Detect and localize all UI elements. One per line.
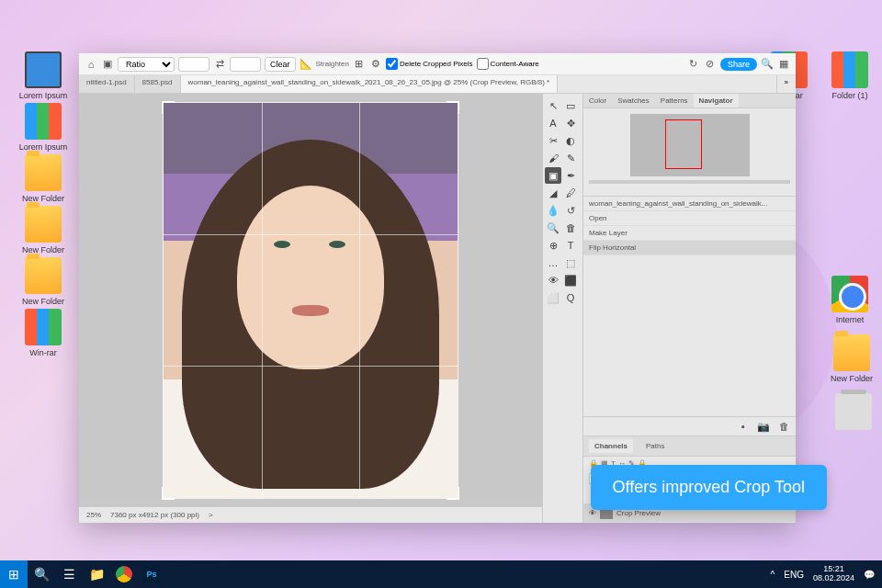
- document-tab[interactable]: woman_leaning_against_wall_standing_on_s…: [181, 75, 559, 93]
- trash-icon[interactable]: 🗑: [777, 420, 790, 433]
- photoshop-window: ⌂ ▣ Ratio ⇄ Clear 📐 Straighten ⊞ ⚙ Delet…: [79, 53, 796, 523]
- callout-banner: Offers improved Crop Tool: [591, 465, 827, 510]
- file-path-label: woman_leaning_against_wall_standing_on_s…: [583, 197, 796, 211]
- canvas[interactable]: [79, 94, 542, 506]
- crop-grid-line: [164, 234, 458, 235]
- tool-button[interactable]: ✥: [562, 115, 579, 131]
- chrome-icon[interactable]: [110, 560, 138, 588]
- new-folder-3[interactable]: New Folder: [17, 257, 70, 306]
- tool-button[interactable]: ◐: [562, 132, 579, 149]
- explorer-icon[interactable]: 📁: [83, 560, 110, 588]
- notifications-icon[interactable]: 💬: [864, 570, 875, 580]
- tool-button[interactable]: ◢: [545, 185, 561, 201]
- reset-icon[interactable]: ↻: [687, 58, 700, 71]
- tool-button[interactable]: ✒: [562, 167, 579, 184]
- crop-handle[interactable]: [447, 487, 459, 500]
- tool-button[interactable]: ↺: [562, 202, 579, 219]
- task-view-icon[interactable]: ☰: [55, 560, 83, 588]
- navigator-preview[interactable]: [630, 114, 750, 176]
- tray-chevron-icon[interactable]: ^: [771, 570, 775, 580]
- search-icon[interactable]: 🔍: [28, 560, 55, 588]
- panel-tab[interactable]: Color: [583, 94, 612, 107]
- clear-button[interactable]: Clear: [265, 57, 296, 72]
- icon-label: Win-rar: [17, 348, 70, 357]
- search-icon[interactable]: 🔍: [761, 58, 774, 71]
- internet[interactable]: Internet: [823, 276, 876, 324]
- crop-handle[interactable]: [447, 101, 459, 114]
- tool-button[interactable]: 👁: [545, 272, 561, 288]
- icon-label: New Folder: [17, 194, 70, 203]
- home-icon[interactable]: ⌂: [85, 58, 97, 71]
- tool-button[interactable]: 💧: [545, 202, 561, 219]
- panel-tab[interactable]: Channels: [589, 439, 633, 453]
- height-input[interactable]: [230, 57, 261, 72]
- zoom-slider[interactable]: [589, 180, 790, 184]
- tool-button[interactable]: ▭: [562, 97, 579, 114]
- panel-tab[interactable]: Swatches: [612, 94, 655, 107]
- action-item[interactable]: Make Layer: [583, 226, 796, 241]
- zoom-level[interactable]: 25%: [86, 511, 101, 519]
- clock[interactable]: 15:21 08.02.2024: [813, 565, 854, 583]
- new-folder-1[interactable]: New Folder: [17, 154, 70, 203]
- workspace-icon[interactable]: ▦: [777, 58, 790, 71]
- tool-button[interactable]: Q: [562, 289, 579, 306]
- swap-icon[interactable]: ⇄: [213, 58, 226, 71]
- width-input[interactable]: [178, 57, 209, 72]
- tool-button[interactable]: ▣: [545, 167, 561, 184]
- crop-handle[interactable]: [162, 487, 175, 500]
- panel-tabs-top: ColorSwatchesPatternsNavigator: [583, 94, 796, 108]
- new-folder-r[interactable]: New Folder: [825, 334, 878, 383]
- tool-button[interactable]: ⬜: [545, 289, 561, 306]
- new-folder-2[interactable]: New Folder: [17, 206, 70, 254]
- tool-button[interactable]: ↖: [545, 97, 561, 114]
- tool-button[interactable]: ✂: [545, 132, 561, 149]
- tool-button[interactable]: A: [545, 115, 561, 131]
- chevron-right-icon[interactable]: >: [209, 511, 213, 519]
- canvas-area: 25% 7360 px x4912 px (300 ppi) >: [79, 94, 542, 523]
- crop-overlay[interactable]: [164, 103, 458, 498]
- panel-tab[interactable]: Patterns: [655, 94, 694, 107]
- folder-1[interactable]: Folder (1): [823, 51, 876, 100]
- share-button[interactable]: Share: [720, 58, 757, 71]
- grid-icon[interactable]: ⊞: [353, 58, 366, 71]
- tool-button[interactable]: T: [562, 237, 579, 254]
- start-button[interactable]: ⊞: [0, 560, 28, 588]
- tool-button[interactable]: ⬛: [562, 272, 579, 288]
- action-item[interactable]: Open: [583, 211, 796, 226]
- camera-icon[interactable]: 📷: [757, 420, 770, 433]
- binder2-icon: [25, 309, 62, 345]
- lorem-ipsum-mockup[interactable]: Lorem Ipsum: [17, 51, 70, 100]
- tool-button[interactable]: ✎: [562, 150, 579, 166]
- panel-tab[interactable]: Paths: [640, 439, 670, 453]
- crop-icon[interactable]: ▣: [101, 58, 114, 71]
- tool-button[interactable]: 🔍: [545, 220, 561, 236]
- lorem-ipsum-binder[interactable]: Lorem Ipsum: [17, 103, 70, 152]
- content-aware-checkbox[interactable]: Content-Aware: [477, 58, 539, 70]
- dimensions: 7360 px x4912 px (300 ppi): [110, 511, 199, 519]
- navigator-crop-box[interactable]: [665, 119, 702, 169]
- photo-crop-region[interactable]: [164, 103, 458, 498]
- tool-button[interactable]: ⬚: [562, 254, 579, 271]
- ratio-select[interactable]: Ratio: [118, 57, 175, 72]
- tool-button[interactable]: 🖌: [545, 150, 561, 166]
- tool-button[interactable]: 🗑: [562, 220, 579, 236]
- language-indicator[interactable]: ENG: [784, 570, 804, 580]
- winrar[interactable]: Win-rar: [17, 309, 70, 357]
- action-item[interactable]: Flip Horizontal: [583, 241, 796, 255]
- folder-icon: [25, 206, 62, 243]
- cancel-icon[interactable]: ⊘: [704, 58, 717, 71]
- photoshop-icon[interactable]: Ps: [138, 560, 165, 588]
- tool-button[interactable]: ⊕: [545, 237, 561, 254]
- crop-handle[interactable]: [162, 101, 175, 114]
- tool-button[interactable]: 🖊: [562, 185, 579, 201]
- trash[interactable]: [827, 393, 880, 433]
- panel-tab[interactable]: Navigator: [694, 94, 739, 107]
- tabs-overflow-icon[interactable]: »: [776, 75, 796, 93]
- delete-cropped-checkbox[interactable]: Delete Cropped Pixels: [386, 58, 473, 70]
- stop-icon[interactable]: ▪: [737, 420, 750, 433]
- gear-icon[interactable]: ⚙: [369, 58, 382, 71]
- tool-button[interactable]: …: [545, 254, 561, 271]
- document-tab[interactable]: 8585.psd: [135, 75, 181, 93]
- straighten-icon[interactable]: 📐: [300, 58, 312, 71]
- document-tab[interactable]: ntitled-1.psd: [79, 75, 135, 93]
